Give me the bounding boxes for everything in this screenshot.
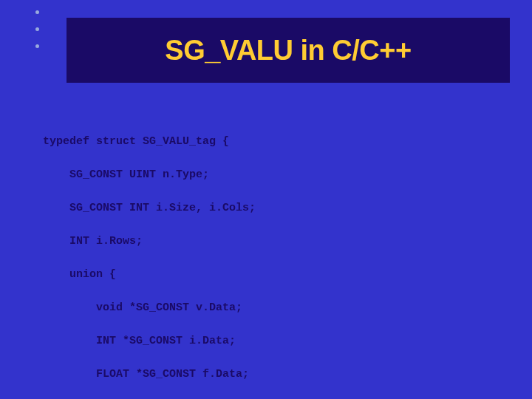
code-block: typedef struct SG_VALU_tag { SG_CONST UI… [43,117,316,399]
code-line: void *SG_CONST v.Data; [43,300,316,317]
bullet-icon [35,44,39,48]
code-line: INT *SG_CONST i.Data; [43,333,316,350]
code-line: INT i.Rows; [43,233,316,250]
title-bar: SG_VALU in C/C++ [66,18,510,83]
decorative-bullets [35,10,39,61]
code-line: typedef struct SG_VALU_tag { [43,134,316,151]
code-line: SG_CONST INT i.Size, i.Cols; [43,200,316,217]
bullet-icon [35,27,39,31]
bullet-icon [35,10,39,14]
code-line: FLOAT *SG_CONST f.Data; [43,366,316,383]
slide-title: SG_VALU in C/C++ [165,35,411,66]
code-line: SG_CONST UINT n.Type; [43,167,316,184]
code-line: union { [43,267,316,284]
